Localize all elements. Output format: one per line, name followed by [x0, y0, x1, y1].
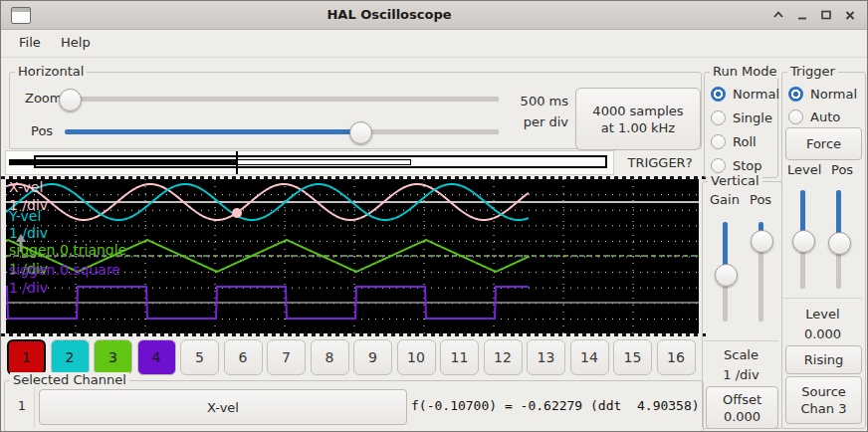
sample-rate-line2: at 1.00 kHz [601, 119, 675, 136]
record-trigger-tick [236, 151, 238, 174]
shade-icon[interactable] [767, 5, 789, 25]
channel-button-9[interactable]: 9 [353, 339, 392, 375]
run-mode-option-normal[interactable]: Normal [711, 84, 779, 104]
selected-channel-number: 1 [11, 389, 33, 423]
zoom-slider-handle[interactable] [59, 89, 82, 111]
scope-display[interactable]: X-vel1 /divY-vel1 /divsiggen.0.triangle1… [6, 179, 699, 333]
channel-button-10[interactable]: 10 [397, 339, 436, 375]
trigger-option-auto-label: Auto [810, 109, 840, 124]
trigger-option-normal-label: Normal [810, 87, 857, 102]
vertical-separator [704, 340, 778, 341]
scope-canvas: X-vel1 /divY-vel1 /divsiggen.0.triangle1… [6, 179, 699, 333]
radio-unselected-icon[interactable] [711, 134, 726, 149]
force-trigger-label: Force [806, 135, 841, 152]
time-per-div-line2: per div [499, 114, 568, 129]
minimize-icon[interactable] [791, 5, 813, 25]
trigger-source-line1: Source [801, 383, 846, 400]
channel-button-5[interactable]: 5 [180, 339, 219, 375]
run-mode-option-single[interactable]: Single [711, 108, 772, 127]
trigger-level-slider-handle[interactable] [792, 230, 815, 253]
offset-button[interactable]: Offset 0.000 [706, 386, 778, 429]
menu-item-file[interactable]: File [13, 30, 47, 56]
trigger-option-auto[interactable]: Auto [788, 107, 840, 126]
v-pos-slider-label: Pos [750, 192, 771, 207]
scope-label-y-vel: Y-vel [8, 208, 41, 224]
record-progress-display [5, 150, 614, 175]
channel-button-13[interactable]: 13 [527, 339, 565, 375]
run-mode-group: Run Mode NormalSingleRollStop [704, 72, 778, 178]
run-mode-option-stop-label: Stop [733, 158, 762, 173]
radio-unselected-icon[interactable] [711, 158, 726, 173]
h-pos-slider-fill [65, 129, 359, 134]
trigger-edge-button[interactable]: Rising [785, 345, 862, 374]
gain-slider-handle[interactable] [715, 264, 738, 287]
channel-button-2[interactable]: 2 [51, 339, 90, 375]
selected-channel-name: X-vel [207, 399, 239, 416]
selected-channel-name-button[interactable]: X-vel [39, 389, 407, 425]
channel-button-12[interactable]: 12 [484, 339, 523, 375]
sample-rate-line1: 4000 samples [592, 103, 683, 119]
v-pos-slider-handle[interactable] [751, 230, 773, 253]
trigger-level-slider-label: Level [787, 162, 821, 177]
channel-value-readout: f(-0.10700) = -0.62279 (ddt 4.90358) [411, 389, 700, 423]
record-captured-bar [9, 159, 236, 165]
scope-label-siggen-0-square: siggen.0.square [9, 262, 120, 278]
channel-button-16[interactable]: 16 [657, 339, 696, 375]
sample-rate-button[interactable]: 4000 samples at 1.00 kHz [575, 88, 701, 150]
offset-label: Offset [723, 391, 761, 408]
trigger-pos-slider-handle[interactable] [828, 232, 851, 255]
scale-value: 1 /div [704, 367, 778, 382]
scope-bottom-separator [1, 333, 708, 336]
radio-unselected-icon[interactable] [711, 110, 726, 125]
trigger-option-normal[interactable]: Normal [788, 84, 857, 104]
trigger-source-button[interactable]: Source Chan 3 [785, 376, 862, 424]
maximize-icon[interactable] [815, 5, 837, 25]
channel-button-4[interactable]: 4 [137, 339, 176, 375]
scale-caption: Scale [704, 347, 778, 362]
channel-button-6[interactable]: 6 [224, 339, 263, 375]
close-icon[interactable] [839, 5, 861, 25]
run-mode-option-roll-label: Roll [733, 134, 757, 149]
channel-button-15[interactable]: 15 [613, 339, 652, 375]
time-per-div-line1: 500 ms [499, 94, 568, 108]
menu-item-help[interactable]: Help [55, 30, 97, 56]
selected-channel-divider [34, 387, 35, 427]
h-pos-slider-track[interactable] [65, 129, 499, 134]
pos-slider-label: Pos [31, 123, 53, 138]
radio-unselected-icon[interactable] [788, 109, 803, 124]
channel-button-3[interactable]: 3 [94, 339, 132, 375]
trigger-source-line2: Chan 3 [801, 400, 847, 417]
selected-sample-marker [232, 208, 242, 218]
channel-button-1[interactable]: 1 [7, 339, 46, 375]
run-mode-option-stop[interactable]: Stop [711, 155, 762, 175]
run-mode-option-roll[interactable]: Roll [711, 131, 757, 151]
gain-slider-label: Gain [710, 192, 740, 207]
channel-button-7[interactable]: 7 [267, 339, 306, 375]
trigger-status-label: TRIGGER? [618, 150, 702, 175]
trigger-edge-label: Rising [804, 351, 844, 368]
force-trigger-button[interactable]: Force [785, 127, 862, 160]
scope-label-1-div: 1 /div [9, 280, 48, 296]
scope-label-x-vel: X-vel [9, 179, 43, 195]
zoom-slider-track[interactable] [59, 97, 499, 102]
run-mode-option-normal-label: Normal [733, 87, 779, 102]
trigger-level-caption: Level [783, 307, 862, 322]
radio-selected-icon[interactable] [788, 87, 803, 102]
app-window: HAL Oscilloscope FileHelp Horizontal Zoo… [0, 0, 868, 432]
trigger-group-label: Trigger [787, 64, 838, 79]
titlebar[interactable]: HAL Oscilloscope [1, 1, 867, 30]
trigger-separator [783, 298, 862, 299]
h-pos-slider-handle[interactable] [349, 121, 372, 144]
trigger-level-value: 0.000 [783, 326, 862, 341]
channel-button-14[interactable]: 14 [570, 339, 609, 375]
scope-label-siggen-0-triangle: siggen.0.triangle [9, 242, 126, 258]
offset-value: 0.000 [724, 408, 760, 425]
run-mode-group-label: Run Mode [710, 64, 779, 79]
channel-button-11[interactable]: 11 [440, 339, 479, 375]
channel-button-8[interactable]: 8 [311, 339, 349, 375]
scope-label-1-div: 1 /div [9, 225, 48, 241]
zoom-slider-label: Zoom [25, 91, 62, 106]
radio-selected-icon[interactable] [711, 87, 726, 102]
menubar: FileHelp [1, 30, 867, 58]
selected-channel-group-label: Selected Channel [10, 372, 129, 387]
